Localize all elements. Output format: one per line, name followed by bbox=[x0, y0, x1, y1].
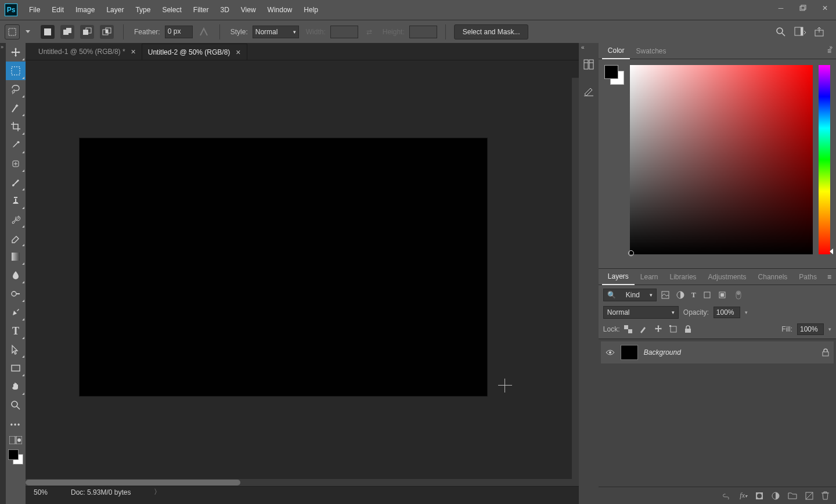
tab-channels[interactable]: Channels bbox=[752, 269, 794, 285]
menu-filter[interactable]: Filter bbox=[188, 0, 215, 20]
tab-libraries[interactable]: Libraries bbox=[664, 269, 702, 285]
fill-input[interactable]: 100% bbox=[797, 323, 824, 335]
status-menu-icon[interactable]: 〉 bbox=[154, 487, 161, 497]
tab-close-icon[interactable]: × bbox=[236, 48, 240, 57]
horizontal-scrollbar[interactable] bbox=[26, 479, 579, 486]
visibility-icon[interactable] bbox=[606, 349, 615, 356]
expand-dock-icon[interactable]: « bbox=[581, 44, 585, 51]
fg-color-swatch[interactable] bbox=[604, 65, 618, 79]
tab-color[interactable]: Color bbox=[602, 43, 630, 59]
current-tool-indicator[interactable] bbox=[5, 24, 20, 39]
new-layer-icon[interactable] bbox=[805, 492, 813, 500]
filter-smart-icon[interactable] bbox=[718, 291, 726, 299]
eyedropper-tool[interactable] bbox=[6, 136, 26, 154]
layer-style-icon[interactable]: fx▾ bbox=[740, 491, 747, 500]
filter-pixel-icon[interactable] bbox=[661, 291, 669, 299]
foreground-background-swatch[interactable] bbox=[8, 449, 23, 465]
move-tool[interactable] bbox=[6, 43, 26, 62]
gradient-tool[interactable] bbox=[6, 247, 26, 266]
lock-all-icon[interactable] bbox=[684, 325, 691, 333]
menu-3d[interactable]: 3D bbox=[214, 0, 235, 20]
rectangle-tool[interactable] bbox=[6, 359, 26, 377]
document-tab[interactable]: Untitled-1 @ 50% (RGB/8) * × bbox=[33, 44, 142, 60]
layer-filter-select[interactable]: 🔍Kind▾ bbox=[603, 289, 657, 301]
menu-view[interactable]: View bbox=[235, 0, 262, 20]
quick-selection-tool[interactable] bbox=[6, 99, 26, 117]
rectangular-marquee-tool[interactable] bbox=[6, 62, 26, 80]
properties-panel-icon[interactable] bbox=[580, 81, 597, 101]
layer-thumbnail[interactable] bbox=[621, 345, 638, 360]
vertical-scrollbar[interactable] bbox=[572, 78, 579, 479]
link-layers-icon[interactable] bbox=[722, 492, 732, 499]
quick-mask-toggle[interactable] bbox=[6, 434, 26, 446]
restore-icon[interactable] bbox=[792, 0, 814, 16]
hue-slider[interactable] bbox=[819, 65, 830, 254]
brush-tool[interactable] bbox=[6, 173, 26, 192]
layer-mask-icon[interactable] bbox=[755, 492, 763, 500]
selection-add-button[interactable] bbox=[60, 25, 74, 39]
selection-new-button[interactable] bbox=[41, 25, 55, 39]
workspace-switcher-icon[interactable] bbox=[794, 27, 806, 37]
menu-file[interactable]: File bbox=[23, 0, 46, 20]
filter-type-icon[interactable]: T bbox=[691, 291, 696, 300]
menu-select[interactable]: Select bbox=[156, 0, 187, 20]
dodge-tool[interactable] bbox=[6, 285, 26, 303]
history-brush-tool[interactable] bbox=[6, 210, 26, 229]
crop-tool[interactable] bbox=[6, 117, 26, 136]
canvas-viewport[interactable] bbox=[26, 60, 579, 504]
hand-tool[interactable] bbox=[6, 377, 26, 396]
feather-input[interactable]: 0 px bbox=[165, 26, 193, 38]
lock-pixels-icon[interactable] bbox=[639, 325, 647, 333]
color-fg-bg-swatch[interactable] bbox=[604, 65, 624, 85]
lasso-tool[interactable] bbox=[6, 80, 26, 99]
history-panel-icon[interactable] bbox=[580, 55, 597, 74]
lock-icon[interactable] bbox=[822, 348, 829, 357]
document-tab[interactable]: Untitled-2 @ 50% (RGB/8) × bbox=[142, 44, 247, 60]
menu-layer[interactable]: Layer bbox=[100, 0, 129, 20]
new-group-icon[interactable] bbox=[788, 492, 797, 499]
layer-name[interactable]: Background bbox=[644, 348, 681, 357]
zoom-level[interactable]: 50% bbox=[34, 488, 48, 496]
tab-paths[interactable]: Paths bbox=[793, 269, 823, 285]
clone-stamp-tool[interactable] bbox=[6, 192, 26, 210]
healing-brush-tool[interactable] bbox=[6, 154, 26, 173]
adjustment-layer-icon[interactable] bbox=[772, 492, 780, 500]
lock-position-icon[interactable] bbox=[654, 325, 662, 333]
edit-toolbar-button[interactable]: ••• bbox=[6, 416, 26, 434]
menu-image[interactable]: Image bbox=[70, 0, 100, 20]
blend-mode-select[interactable]: Normal▾ bbox=[603, 306, 679, 319]
tab-layers[interactable]: Layers bbox=[602, 269, 635, 285]
tool-preset-dropdown-icon[interactable] bbox=[26, 30, 30, 33]
tab-learn[interactable]: Learn bbox=[635, 269, 664, 285]
selection-intersect-button[interactable] bbox=[100, 25, 114, 39]
lock-artboard-icon[interactable] bbox=[669, 325, 678, 333]
path-selection-tool[interactable] bbox=[6, 340, 26, 359]
selection-subtract-button[interactable] bbox=[80, 25, 94, 39]
canvas[interactable] bbox=[80, 138, 487, 396]
panel-menu-icon[interactable]: ≡ bbox=[823, 273, 836, 281]
share-icon[interactable] bbox=[814, 27, 824, 37]
expand-chevron-icon[interactable]: » bbox=[1, 44, 3, 50]
tab-adjustments[interactable]: Adjustments bbox=[702, 269, 752, 285]
opacity-input[interactable]: 100% bbox=[714, 307, 740, 318]
lock-transparency-icon[interactable] bbox=[624, 325, 632, 333]
layer-row[interactable]: Background bbox=[601, 341, 834, 363]
select-and-mask-button[interactable]: Select and Mask... bbox=[454, 24, 529, 39]
menu-window[interactable]: Window bbox=[262, 0, 298, 20]
menu-help[interactable]: Help bbox=[298, 0, 324, 20]
delete-layer-icon[interactable] bbox=[821, 491, 829, 500]
menu-edit[interactable]: Edit bbox=[46, 0, 70, 20]
tab-close-icon[interactable]: × bbox=[131, 47, 136, 56]
blur-tool[interactable] bbox=[6, 266, 26, 285]
type-tool[interactable]: T bbox=[6, 322, 26, 340]
tab-swatches[interactable]: Swatches bbox=[630, 43, 672, 59]
filter-adjustment-icon[interactable] bbox=[676, 291, 684, 299]
menu-type[interactable]: Type bbox=[129, 0, 156, 20]
close-icon[interactable]: ✕ bbox=[814, 0, 836, 16]
minimize-icon[interactable]: ─ bbox=[770, 0, 792, 16]
filter-shape-icon[interactable] bbox=[703, 291, 711, 299]
collapse-panels-icon[interactable]: » bbox=[829, 44, 833, 51]
eraser-tool[interactable] bbox=[6, 229, 26, 247]
anti-alias-icon[interactable] bbox=[197, 27, 211, 37]
foreground-color-swatch[interactable] bbox=[8, 449, 19, 460]
